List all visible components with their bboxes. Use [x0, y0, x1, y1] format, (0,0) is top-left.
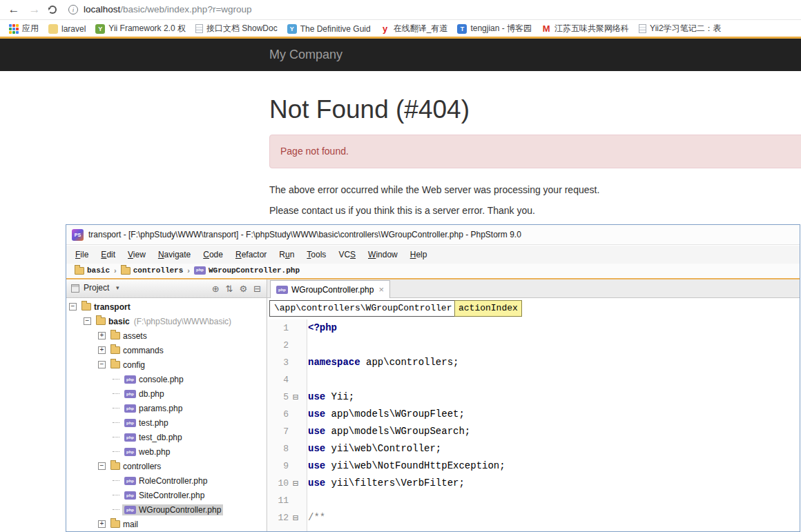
collapse-icon[interactable]: −: [98, 361, 106, 368]
tree-item-sitecontroller-php[interactable]: SiteController.php: [66, 488, 267, 502]
brand-link[interactable]: My Company: [269, 39, 342, 71]
page-title: Not Found (#404): [269, 95, 470, 124]
hide-panel-icon[interactable]: ⊟: [253, 284, 261, 293]
tree-item-db-php[interactable]: db.php: [66, 386, 267, 401]
expand-icon[interactable]: +: [98, 332, 106, 339]
tree-item-content: SiteController.php: [122, 490, 206, 501]
chevron-down-icon[interactable]: ▾: [116, 279, 119, 297]
menu-window[interactable]: Window: [362, 246, 404, 264]
bookmark-item[interactable]: YThe Definitive Guid: [284, 23, 377, 35]
line-number: 8: [268, 440, 289, 457]
fold-marker-icon[interactable]: ⊟: [289, 475, 302, 492]
bookmark-label: 在线翻译_有道: [394, 23, 448, 35]
code-text: use app\models\WGroupSearch;: [308, 426, 470, 437]
bookmark-item[interactable]: Yii2学习笔记二：表: [635, 21, 728, 36]
expand-icon[interactable]: +: [98, 520, 106, 528]
back-icon[interactable]: [6, 1, 22, 18]
expand-icon[interactable]: +: [98, 346, 106, 354]
menu-code[interactable]: Code: [197, 246, 229, 264]
menu-navigate[interactable]: Navigate: [152, 246, 197, 264]
page-info-icon[interactable]: [68, 5, 78, 14]
editor-tab[interactable]: WGroupController.php ×: [270, 280, 390, 298]
collapse-icon[interactable]: −: [84, 317, 91, 325]
settings-gear-icon[interactable]: ⚙: [239, 284, 247, 293]
menu-view[interactable]: View: [122, 246, 152, 264]
tree-item-label: mail: [123, 520, 138, 529]
tree-item-basic[interactable]: −basic(F:\phpStudy\WWW\basic): [66, 314, 267, 328]
tree-item-content: RoleController.php: [122, 475, 209, 486]
bookmark-label: laravel: [61, 24, 86, 34]
code-editor[interactable]: \app\controllers\WGroupController action…: [268, 298, 800, 531]
navigation-path-box[interactable]: \app\controllers\WGroupController: [269, 300, 456, 317]
menu-help[interactable]: Help: [404, 246, 434, 264]
breadcrumb-item-basic[interactable]: basic: [75, 266, 110, 275]
tree-item-mail[interactable]: +mail: [66, 517, 267, 531]
tree-item-test-db-php[interactable]: test_db.php: [66, 430, 267, 444]
tree-item-web-php[interactable]: web.php: [66, 444, 267, 459]
tree-item-config[interactable]: −config: [66, 357, 267, 372]
bookmark-item[interactable]: laravel: [45, 23, 92, 35]
bookmark-label: 江苏五味共聚网络科: [554, 23, 629, 35]
tree-item-transport[interactable]: −transport: [66, 299, 267, 314]
tree-item-rolecontroller-php[interactable]: RoleController.php: [66, 473, 267, 488]
tree-connector: [113, 393, 119, 394]
tree-item-label: SiteController.php: [139, 491, 204, 500]
site-favicon-icon: [48, 24, 58, 34]
php-file-icon: [124, 433, 136, 442]
collapse-icon[interactable]: −: [69, 303, 77, 311]
menu-file[interactable]: File: [69, 246, 95, 264]
locate-icon[interactable]: ⊕: [212, 284, 220, 293]
bookmark-item[interactable]: 应用: [6, 21, 45, 36]
php-file-icon: [124, 404, 136, 413]
site-navbar: My Company: [0, 39, 801, 71]
project-panel-header[interactable]: Project ▾ ⊕⇅⚙⊟: [66, 279, 267, 298]
forward-icon[interactable]: [26, 1, 43, 18]
editor-tabstrip: WGroupController.php ×: [267, 279, 800, 298]
tree-item-assets[interactable]: +assets: [66, 328, 267, 343]
folder-icon: [110, 332, 120, 339]
tree-item-controllers[interactable]: −controllers: [66, 459, 267, 473]
menu-edit[interactable]: Edit: [95, 246, 122, 264]
project-tree[interactable]: −transport−basic(F:\phpStudy\WWW\basic)+…: [66, 298, 267, 531]
refresh-icon[interactable]: [48, 6, 57, 14]
fold-marker-icon[interactable]: ⊟: [289, 388, 302, 406]
tree-item-wgroupcontroller-php[interactable]: WGroupController.php: [66, 502, 267, 517]
code-line: 5⊟use Yii;: [268, 388, 800, 406]
tree-item-content: mail: [108, 519, 140, 530]
close-icon[interactable]: ×: [378, 284, 384, 295]
symbol-highlight-box[interactable]: actionIndex: [454, 300, 522, 317]
tree-item-test-php[interactable]: test.php: [66, 415, 267, 430]
address-bar[interactable]: localhost/basic/web/index.php?r=wgroup: [84, 0, 252, 19]
code-text: use Yii;: [308, 391, 354, 402]
ide-titlebar[interactable]: PS transport - [F:\phpStudy\WWW\transpor…: [66, 225, 800, 245]
breadcrumb-label: WGroupController.php: [209, 266, 300, 275]
breadcrumb-item-wgroupcontroller-php[interactable]: WGroupController.php: [194, 266, 300, 275]
bookmark-item[interactable]: M江苏五味共聚网络科: [538, 21, 635, 36]
line-number: 7: [268, 423, 289, 440]
line-number: 2: [268, 337, 289, 354]
tree-item-params-php[interactable]: params.php: [66, 401, 267, 415]
tree-item-label: RoleController.php: [139, 476, 207, 486]
tree-item-label: basic: [108, 317, 130, 326]
collapse-icon[interactable]: −: [98, 462, 106, 470]
breadcrumb-item-controllers[interactable]: controllers: [121, 266, 184, 275]
code-area[interactable]: 1<?php23namespace app\controllers;45⊟use…: [268, 319, 800, 531]
collapse-all-icon[interactable]: ⇅: [226, 284, 233, 293]
menu-tools[interactable]: Tools: [300, 246, 332, 264]
menu-refactor[interactable]: Refactor: [229, 246, 273, 264]
bookmark-label: tengjian - 博客园: [470, 23, 532, 35]
fold-marker-icon[interactable]: ⊟: [289, 509, 302, 526]
tree-connector: [113, 509, 119, 510]
menu-run[interactable]: Run: [273, 246, 300, 264]
bookmark-item[interactable]: y在线翻译_有道: [377, 21, 454, 36]
menu-vcs[interactable]: VCS: [332, 246, 362, 264]
tree-item-label: console.php: [139, 375, 184, 384]
tree-item-console-php[interactable]: console.php: [66, 372, 267, 386]
bookmark-item[interactable]: YYii Framework 2.0 权: [92, 21, 192, 36]
tree-item-commands[interactable]: +commands: [66, 343, 267, 357]
code-line: 2: [268, 337, 800, 354]
breadcrumb-separator: ›: [114, 266, 117, 275]
code-line: 7use app\models\WGroupSearch;: [268, 423, 800, 440]
bookmark-item[interactable]: Ttengjian - 博客园: [454, 21, 538, 36]
bookmark-item[interactable]: 接口文档 ShowDoc: [192, 21, 284, 36]
